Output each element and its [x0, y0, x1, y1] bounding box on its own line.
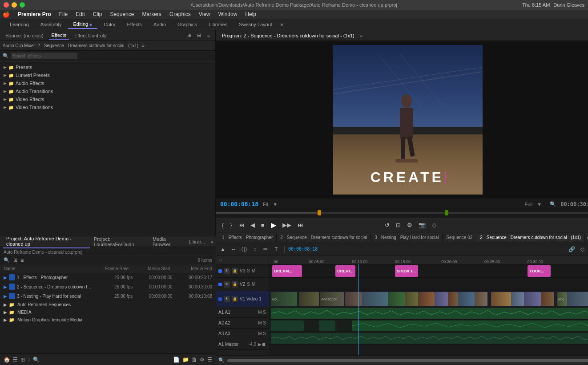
mixer-expand[interactable]: » — [142, 43, 145, 48]
clip-v3-show[interactable]: SHOW T... — [395, 265, 418, 277]
btn-step-forward-many[interactable]: ⏭ — [296, 221, 305, 229]
timeline-zoom-out[interactable]: 🔍 — [218, 357, 225, 363]
tree-item-video-effects[interactable]: ▶ 📁 Video Effects — [0, 95, 215, 103]
proj-tab-auto-reframe[interactable]: Project: Auto Reframe Demo - cleaned up — [3, 235, 90, 248]
scrubber-handle[interactable] — [318, 210, 321, 215]
btn-step-back-many[interactable]: ⏮ — [237, 221, 246, 229]
monitor-tab-program[interactable]: Program: 2 - Sequence - Dreamers cutdown… — [219, 32, 357, 39]
mixer-tab[interactable]: Audio Clip Mixer: 2 - Sequence - Dreamer… — [3, 43, 138, 48]
proj-row-2[interactable]: ▶ 2 - Sequence - Dreamers cutdown for s.… — [0, 282, 216, 292]
proj-folder-autoreframe[interactable]: ▶ 📁 Auto Reframed Sequences — [0, 301, 216, 308]
seq-tab-sequence02[interactable]: Sequence 02 — [443, 234, 476, 241]
v1-clip-5[interactable] — [388, 292, 405, 306]
proj-row-3[interactable]: ▶ 3 - Nesting - Play Hard for social 25.… — [0, 292, 216, 301]
tab-effects[interactable]: Effects — [122, 20, 147, 28]
proj-btn-folder[interactable]: 📁 — [182, 357, 189, 363]
tool-pen[interactable]: ✏ — [261, 245, 270, 254]
btn-step-back[interactable]: ◀ — [249, 221, 257, 229]
proj-row-1[interactable]: ▶ 1 - Effects - Photographer 25.00 fps 0… — [0, 273, 216, 282]
v1-clip-orange[interactable] — [418, 292, 435, 306]
minimize-button[interactable] — [12, 2, 17, 8]
tool-magnet[interactable]: 🔗 — [568, 245, 576, 254]
tab-graphics[interactable]: Graphics — [172, 20, 202, 28]
fit-dropdown-arrow[interactable]: ▼ — [273, 202, 278, 207]
menu-graphics[interactable]: Graphics — [166, 10, 194, 18]
seq-timecode[interactable]: 00:00:08:18 — [288, 247, 318, 251]
timeline-hscrollbar[interactable] — [227, 359, 588, 362]
proj-btn-list[interactable]: ☰ — [13, 357, 18, 363]
btn-loop[interactable]: ↺ — [383, 221, 391, 229]
v1-clip-3[interactable] — [345, 292, 362, 306]
v1-clip-12[interactable] — [541, 292, 554, 306]
a3-clip-main[interactable] — [271, 333, 588, 344]
menu-sequence[interactable]: Sequence — [106, 10, 137, 18]
btn-settings[interactable]: ⚙ — [405, 221, 414, 229]
v2-eye[interactable]: 👁 — [224, 281, 230, 288]
v1-clip-1[interactable]: AO... — [271, 292, 298, 306]
tab-source[interactable]: Source: (no clips) — [3, 32, 46, 39]
btn-mark-in[interactable]: { — [220, 221, 226, 229]
menu-window[interactable]: Window — [215, 10, 241, 18]
menu-help[interactable]: Help — [242, 10, 260, 18]
menu-markers[interactable]: Markers — [138, 10, 165, 18]
panel-icon-3[interactable]: ≡ — [205, 32, 213, 40]
tab-color[interactable]: Color — [98, 20, 121, 28]
clip-v3-creat[interactable]: CREAT... — [335, 265, 355, 277]
v1-clip-13[interactable] — [567, 292, 588, 306]
menu-edit[interactable]: Edit — [72, 10, 89, 18]
proj-tab-loudness[interactable]: Project: LoudnessForDurin — [90, 235, 149, 248]
btn-mark-out[interactable]: } — [228, 221, 234, 229]
tree-item-video-transitions[interactable]: ▶ 📁 Video Transitions — [0, 103, 215, 111]
fullscreen-button[interactable] — [20, 2, 25, 8]
tree-item-audio-effects[interactable]: ▶ 📁 Audio Effects — [0, 79, 215, 87]
hscroll-thumb[interactable] — [227, 359, 588, 362]
seq-tab-1x1[interactable]: 2 - Sequence - Dreamers cutdown for soci… — [476, 234, 585, 241]
a2-clip-1[interactable] — [271, 320, 304, 331]
v1-clip-9[interactable] — [475, 292, 488, 306]
proj-btn-search[interactable]: 🔍 — [33, 357, 40, 363]
tab-editing[interactable]: Editing ◆ — [68, 20, 98, 29]
tool-ripple[interactable]: ⟨|⟩ — [240, 245, 249, 254]
v1-lock[interactable]: 🔒 — [232, 296, 238, 302]
proj-tabs-more[interactable]: » — [210, 239, 213, 244]
proj-btn-home[interactable]: 🏠 — [4, 357, 10, 363]
v1-eye[interactable]: 👁 — [224, 296, 230, 302]
seq-tab-effects[interactable]: 1 - Effects - Photographer — [218, 234, 277, 241]
apple-logo[interactable]: 🍎 — [3, 11, 10, 18]
v1-clip-7[interactable] — [448, 292, 458, 306]
v1-clip-6[interactable] — [405, 292, 418, 306]
v3-sync[interactable]: S — [247, 268, 250, 273]
v1-clip-orange2[interactable] — [491, 292, 511, 306]
panel-icon-1[interactable]: ⊞ — [185, 32, 193, 40]
a2-clip-2[interactable] — [319, 320, 335, 331]
traffic-lights[interactable] — [4, 2, 25, 8]
tab-effect-controls[interactable]: Effect Controls — [72, 32, 109, 39]
tab-libraries[interactable]: Libraries — [203, 20, 233, 28]
proj-folder-media[interactable]: ▶ 📁 MEDIA — [0, 308, 216, 316]
tree-item-lumetri[interactable]: ▶ 📁 Lumetri Presets — [0, 71, 215, 79]
proj-btn-delete[interactable]: 🗑 — [192, 357, 197, 363]
tree-item-presets[interactable]: ▶ 📁 Presets — [0, 63, 215, 71]
proj-tab-libraries[interactable]: Librar... — [185, 238, 209, 245]
resolution-dropdown[interactable]: ▼ — [537, 202, 542, 207]
close-button[interactable] — [4, 2, 9, 8]
seq-tab-sequence[interactable]: 2 - Sequence - Dreamers cutdown for soci… — [277, 234, 371, 241]
proj-btn-menu[interactable]: ☰ — [207, 357, 212, 363]
v3-eye[interactable]: 👁 — [224, 268, 230, 274]
a2-clip-main[interactable] — [352, 320, 588, 331]
btn-export-frame[interactable]: 📷 — [417, 221, 427, 229]
v1-clip-blue[interactable] — [435, 292, 448, 306]
btn-play[interactable]: ▶ — [269, 220, 278, 230]
v2-lock[interactable]: 🔒 — [232, 281, 238, 288]
proj-btn-sort[interactable]: ↕ — [28, 357, 30, 363]
project-sort-icon[interactable]: ≡ — [21, 258, 24, 263]
tool-arrow[interactable]: ▲ — [218, 245, 227, 254]
fit-label[interactable]: Fit — [263, 202, 268, 207]
tool-slip[interactable]: ↕ — [250, 245, 259, 254]
search-input[interactable] — [11, 53, 77, 59]
v3-lock[interactable]: 🔒 — [232, 268, 238, 274]
v1-clip-ao1[interactable]: AO1 — [557, 292, 567, 306]
tool-type[interactable]: T — [272, 245, 281, 254]
tab-effects[interactable]: Effects — [49, 32, 69, 40]
v1-clip-4[interactable] — [362, 292, 388, 306]
